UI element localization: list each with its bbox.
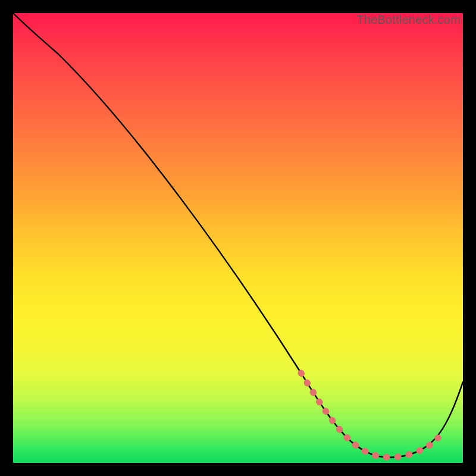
optimal-range-overlay	[301, 373, 438, 458]
plot-area: TheBottleneck.com	[13, 13, 463, 463]
chart-stage: TheBottleneck.com	[0, 0, 476, 476]
curve-layer	[13, 13, 463, 463]
bottleneck-curve	[13, 13, 463, 458]
